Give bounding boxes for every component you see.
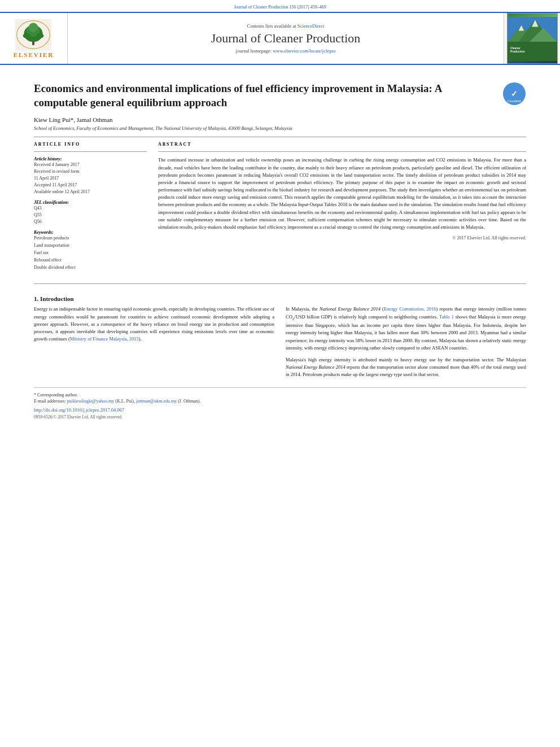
intro-right: In Malaysia, the National Energy Balance… [286,305,526,378]
journal-homepage: journal homepage: www.elsevier.com/locat… [236,48,336,54]
intro-columns: Energy is an indispensable factor in ens… [34,305,526,378]
svg-point-5 [29,23,38,32]
journal-title: Journal of Cleaner Production [211,31,361,46]
intro-right-text-1: In Malaysia, the National Energy Balance… [286,305,526,352]
table1-link[interactable]: Table 1 [439,314,454,320]
journal-thumb-container: Cleaner Production [505,13,559,64]
mof-link[interactable]: Ministry of Finance Malaysia, 2015 [70,336,139,342]
journal-header: ELSEVIER Contents lists available at Sci… [0,12,560,65]
doi-link[interactable]: http://dx.doi.org/10.1016/j.jclepro.2017… [34,407,526,413]
affiliation: School of Economics, Faculty of Economic… [34,125,526,131]
history-label: Article history: [34,156,147,161]
revised-date: 11 April 2017 [34,175,147,182]
available-date: Available online 12 April 2017 [34,189,147,195]
science-direct-link[interactable]: ScienceDirect [298,23,325,29]
footer-links: http://dx.doi.org/10.1016/j.jclepro.2017… [34,407,526,420]
svg-text:CrossMark: CrossMark [508,99,522,103]
elsevier-logo: ELSEVIER [14,19,54,58]
divider-info [34,151,147,152]
footer: * Corresponding author. E-mail addresses… [34,387,526,420]
jel-classification: JEL classification: Q43 Q55 Q56 [34,200,147,225]
intro-right-text-2: Malaysia's high energy intensity is attr… [286,356,526,379]
journal-volume-link[interactable]: Journal of Cleaner Production 156 (2017)… [234,5,326,10]
intro-left-text: Energy is an indispensable factor in ens… [34,305,274,343]
divider-1 [34,137,526,137]
keywords-list: Petroleum products Land transportation F… [34,235,147,271]
divider-abstract [158,151,526,152]
keywords-label: Keywords: [34,230,147,235]
svg-text:Cleaner: Cleaner [510,47,520,50]
article-info-abstract: ARTICLE INFO Article history: Received 4… [34,142,526,276]
divider-2 [34,283,526,284]
elsevier-name: ELSEVIER [14,51,54,58]
svg-text:Production: Production [510,50,525,53]
science-direct-line: Contents lists available at ScienceDirec… [247,23,325,29]
journal-info-center: Contents lists available at ScienceDirec… [68,13,504,64]
elsevier-logo-area: ELSEVIER [0,13,68,64]
revised-label: Received in revised form [34,168,147,175]
crossmark-icon: ✓ CrossMark [502,82,526,106]
elsevier-tree-icon [14,19,53,50]
keywords-group: Keywords: Petroleum products Land transp… [34,230,147,271]
authors: Kiew Ling Pui*, Jamal Othman [34,116,526,123]
introduction-section: 1. Introduction Energy is an indispensab… [34,295,526,378]
svg-point-7 [37,33,44,38]
issn-line: 0959-6526/© 2017 Elsevier Ltd. All right… [34,414,526,420]
intro-heading: 1. Introduction [34,295,526,302]
journal-cover-svg: Cleaner Production [507,17,558,61]
email1-link[interactable]: puikiewlingkt@yahoo.my [67,399,115,404]
abstract-text: The continued increase in urbanization a… [158,156,526,231]
abstract: ABSTRACT The continued increase in urban… [158,142,526,276]
article-title-area: Economics and environmental implications… [34,82,526,110]
abstract-label: ABSTRACT [158,142,526,147]
journal-thumb-image: Cleaner Production [507,13,558,64]
copyright: © 2017 Elsevier Ltd. All rights reserved… [158,235,526,241]
email2-link[interactable]: jortman@ukm.edu.my [136,399,177,404]
jel-codes: Q43 Q55 Q56 [34,205,147,225]
top-journal-link: Journal of Cleaner Production 156 (2017)… [0,0,560,12]
corresponding-author-note: * Corresponding author. [34,392,526,397]
article-info-label: ARTICLE INFO [34,142,147,147]
journal-thumbnail: Cleaner Production [504,13,560,64]
article-info: ARTICLE INFO Article history: Received 4… [34,142,147,276]
received-date: Received 4 January 2017 [34,161,147,168]
page: Journal of Cleaner Production 156 (2017)… [0,0,560,747]
intro-left: Energy is an indispensable factor in ens… [34,305,274,378]
svg-point-6 [23,33,30,38]
article-history: Article history: Received 4 January 2017… [34,156,147,195]
svg-text:✓: ✓ [511,89,518,98]
accepted-date: Accepted 11 April 2017 [34,182,147,189]
main-content: Economics and environmental implications… [0,65,560,430]
jel-label: JEL classification: [34,200,147,205]
article-title: Economics and environmental implications… [34,82,526,110]
homepage-url[interactable]: www.elsevier.com/locate/jclepro [273,48,335,54]
crossmark-badge: ✓ CrossMark [502,82,526,106]
energy-commission-link[interactable]: Energy Commission, 2016 [384,306,436,312]
email-line: E-mail addresses: puikiewlingkt@yahoo.my… [34,399,526,404]
